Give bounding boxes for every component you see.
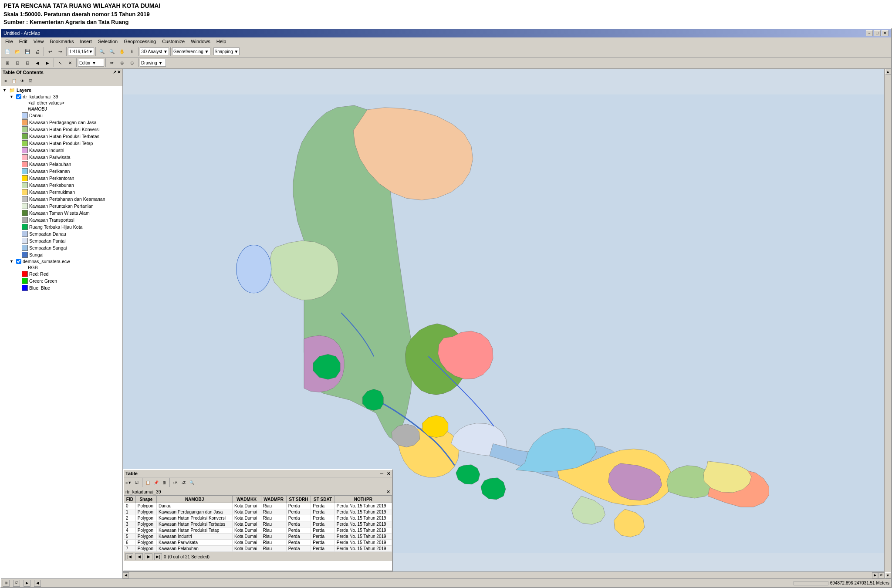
table-row[interactable]: 0PolygonDanauKota DumaiRiauPerdaPerdaPer… [124,503,392,509]
table-delete-btn[interactable]: 🗑 [160,479,168,486]
menu-file[interactable]: File [3,38,16,45]
table-paste-btn[interactable]: 📌 [152,479,160,486]
rtr-expand-icon[interactable]: ▼ [10,95,15,99]
table-options-btn[interactable]: ≡▼ [125,479,132,486]
menu-geoprocessing[interactable]: Geoprocessing [121,38,159,45]
new-btn[interactable]: 📄 [3,47,12,56]
snapping-dropdown[interactable]: Snapping ▼ [213,47,240,55]
table-find-btn[interactable]: 🔍 [188,479,196,486]
toc-green-item[interactable]: Green: Green [21,277,122,284]
print-btn[interactable]: 🖨 [33,47,42,56]
nav-first-btn[interactable]: |◀ [125,553,133,560]
redo-btn[interactable]: ↪ [55,47,65,56]
layers-expand-icon[interactable]: ▼ [3,88,8,92]
toc-item-danau[interactable]: Danau [21,112,122,119]
toc-item-rth[interactable]: Ruang Terbuka Hijau Kota [21,223,122,230]
drawing-dropdown[interactable]: Drawing ▼ [140,59,166,67]
menu-view[interactable]: View [31,38,47,45]
toc-item-pertahanan[interactable]: Kawasan Pertahanan dan Keamanan [21,196,122,203]
toc-item-pertanian[interactable]: Kawasan Peruntukan Pertanian [21,203,122,210]
select-btn[interactable]: ↖ [55,58,65,68]
table-close-x[interactable]: ✕ [386,489,390,494]
map-scrollbar-h[interactable]: ◀ ▶ ↺ [123,571,884,578]
toc-item-sungai[interactable]: Sungai [21,251,122,258]
toc-close[interactable]: ✕ [117,70,121,74]
undo-btn[interactable]: ↩ [45,47,55,56]
toc-item-pelabuhan[interactable]: Kawasan Pelabuhan [21,161,122,168]
save-btn[interactable]: 💾 [23,47,32,56]
nav-last-btn[interactable]: ▶| [154,553,162,560]
analyst-dropdown[interactable]: 3D Analyst ▼ [140,47,169,55]
menu-bookmarks[interactable]: Bookmarks [47,38,76,45]
toc-source-btn[interactable]: 📋 [10,77,18,85]
demnas-checkbox[interactable] [16,259,21,264]
toc-item-pariwisata[interactable]: Kawasan Pariwisata [21,154,122,161]
maximize-button[interactable]: □ [874,30,881,36]
scroll-right-btn[interactable]: ▶ [872,572,878,578]
rtr-checkbox[interactable] [16,94,21,99]
toc-item-sempadan-danau[interactable]: Sempadan Danau [21,230,122,237]
identify-btn[interactable]: ℹ [127,47,137,56]
toc-layer-demnas-item[interactable]: ▼ demnas_sumatera.ecw [9,258,122,264]
toc-item-sempadan-pantai[interactable]: Sempadan Pantai [21,237,122,244]
toc-sel-btn[interactable]: ☑ [27,77,34,85]
table-row[interactable]: 7PolygonKawasan PelabuhanKota DumaiRiauP… [124,546,392,552]
map-area[interactable]: ▲ ▼ ◀ ▶ ↺ Table ─ [123,69,891,578]
table-select-btn[interactable]: ☑ [133,479,141,486]
table-row[interactable]: 4PolygonKawasan Hutan Produksi TetapKota… [124,527,392,534]
fwd-btn[interactable]: ▶ [43,58,52,68]
scroll-down-btn[interactable]: ▼ [885,572,891,578]
table-row[interactable]: 2PolygonKawasan Hutan Produksi KonversiK… [124,515,392,521]
zoom-in-btn[interactable]: 🔍 [97,47,107,56]
toc-item-perkebunan[interactable]: Kawasan Perkebunan [21,182,122,189]
editor-dropdown[interactable]: Editor ▼ [78,59,104,67]
edit3-btn[interactable]: ⊙ [127,58,137,68]
georef-dropdown[interactable]: Georeferencing ▼ [172,47,210,55]
menu-help[interactable]: Help [214,38,229,45]
nav-next-btn[interactable]: ▶ [145,553,152,560]
toc-item-taman[interactable]: Kawasan Taman Wisata Alam [21,210,122,216]
pan-btn[interactable]: ✋ [117,47,127,56]
toc-item-hutan-tetap[interactable]: Kawasan Hutan Produksi Tetap [21,140,122,147]
toc-item-transportasi[interactable]: Kawasan Transportasi [21,216,122,223]
table-copy-btn[interactable]: 📋 [144,479,152,486]
menu-windows[interactable]: Windows [188,38,213,45]
toc-float[interactable]: ↗ [113,70,116,74]
nav-prev-btn[interactable]: ◀ [135,553,143,560]
toc-list-btn[interactable]: ≡ [2,77,10,85]
toc-item-all-values[interactable]: <all other values> [21,100,122,106]
toc-item-hutan-terbatas[interactable]: Kawasan Hutan Produksi Terbatas [21,133,122,140]
map-scrollbar-v[interactable]: ▲ ▼ [884,69,891,578]
toc-item-sempadan-sungai[interactable]: Sempadan Sungai [21,244,122,251]
toc-blue-item[interactable]: Blue: Blue [21,284,122,291]
toc-vis-btn[interactable]: 👁 [18,77,26,85]
toc-item-perkantoran[interactable]: Kawasan Perkantoran [21,175,122,182]
toc-layer-rtr[interactable]: ▼ rtr_kotadumai_39 [9,94,122,100]
table-row[interactable]: 5PolygonKawasan IndustriKota DumaiRiauPe… [124,534,392,540]
table-sort-desc-btn[interactable]: ↓Z [179,479,187,486]
toc-item-namobj[interactable]: NAMOBJ [21,106,122,112]
toc-layers-root[interactable]: ▼ 📁 Layers [2,87,122,94]
back-btn[interactable]: ◀ [33,58,42,68]
table-minimize[interactable]: ─ [380,471,383,476]
scale-dropdown[interactable]: 1:416,154▼ [68,47,94,55]
open-btn[interactable]: 📂 [13,47,22,56]
menu-selection[interactable]: Selection [95,38,120,45]
close-button[interactable]: ✕ [882,30,889,36]
zoom-full-btn[interactable]: ⊞ [3,58,12,68]
table-scroll[interactable]: FID Shape NAMOBJ WADMKK WADMPR ST SDRH S… [124,496,392,552]
scroll-up-btn[interactable]: ▲ [885,69,891,75]
table-close[interactable]: ✕ [387,471,390,476]
minimize-button[interactable]: − [866,30,873,36]
clear-sel-btn[interactable]: ✕ [65,58,75,68]
menu-edit[interactable]: Edit [17,38,30,45]
toc-item-industri[interactable]: Kawasan Industri [21,147,122,154]
toc-item-perdagangan[interactable]: Kawasan Perdagangan dan Jasa [21,119,122,126]
table-sort-asc-btn[interactable]: ↑A [171,479,179,486]
toc-item-permukiman[interactable]: Kawasan Permukiman [21,189,122,196]
toc-item-hutan-konversi[interactable]: Kawasan Hutan Produksi Konversi [21,126,122,133]
toc-item-perikanan[interactable]: Kawasan Perikanan [21,168,122,175]
scroll-left-btn[interactable]: ◀ [123,572,129,578]
menu-insert[interactable]: Insert [77,38,95,45]
edit2-btn[interactable]: ⊕ [117,58,127,68]
